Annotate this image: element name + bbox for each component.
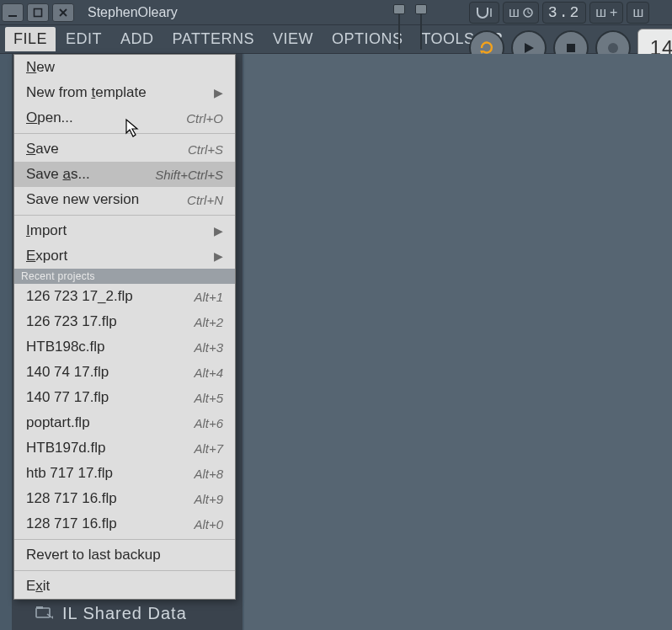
svg-rect-15 (36, 606, 43, 609)
menu-edit[interactable]: EDIT (57, 27, 110, 51)
file-save[interactable]: Save Ctrl+S (14, 136, 235, 162)
svg-rect-14 (36, 608, 50, 617)
svg-marker-16 (51, 616, 53, 619)
recent-project[interactable]: 126 723 17.flp Alt+2 (14, 309, 235, 334)
menu-view[interactable]: VIEW (264, 27, 322, 51)
menu-add[interactable]: ADD (112, 27, 163, 51)
file-save-as[interactable]: Save as... Shift+Ctrl+S (14, 162, 235, 187)
submenu-arrow-icon: ▶ (214, 249, 223, 263)
maximize-button[interactable] (27, 3, 49, 22)
folder-link-icon (35, 604, 54, 623)
mode-extra[interactable]: ш (627, 2, 649, 24)
close-button[interactable] (52, 3, 74, 22)
svg-rect-1 (35, 8, 42, 16)
recent-project[interactable]: poptart.flp Alt+6 (14, 410, 235, 435)
metronome-toggle[interactable]: ш (503, 2, 539, 24)
recent-project[interactable]: 140 77 17.flp Alt+5 (14, 385, 235, 410)
record-icon (606, 41, 620, 55)
recent-project[interactable]: HTB197d.flp Alt+7 (14, 435, 235, 461)
menu-patterns[interactable]: PATTERNS (164, 27, 263, 51)
minimize-button[interactable] (2, 3, 24, 22)
fader-2[interactable] (413, 3, 429, 53)
submenu-arrow-icon: ▶ (214, 86, 223, 99)
svg-rect-10 (567, 44, 575, 52)
recent-project[interactable]: 126 723 17_2.flp Alt+1 (14, 284, 235, 309)
svg-rect-0 (8, 15, 17, 17)
browser-folder-label[interactable]: IL Shared Data (62, 604, 187, 623)
menu-separator (14, 570, 235, 571)
magnet-icon (475, 5, 493, 20)
snap-panel[interactable] (469, 2, 499, 24)
mode-plus[interactable]: ш+ (589, 2, 623, 24)
svg-line-7 (528, 13, 531, 13)
fader-1[interactable] (392, 3, 407, 53)
recent-project[interactable]: 128 717 16.flp Alt+9 (14, 486, 235, 511)
recent-project[interactable]: HTB198c.flp Alt+3 (14, 334, 235, 360)
playlist-area (244, 54, 672, 630)
time-signature-display[interactable]: 3.2 (542, 2, 586, 24)
file-export[interactable]: Export ▶ (14, 243, 235, 269)
file-menu-dropdown: New New from template ▶ Open... Ctrl+O S… (13, 54, 236, 600)
svg-point-11 (608, 43, 618, 53)
clock-icon (523, 8, 533, 18)
project-title: StephenOleary (88, 5, 178, 20)
recent-projects-header: Recent projects (14, 269, 235, 284)
submenu-arrow-icon: ▶ (214, 224, 223, 238)
file-new[interactable]: New (14, 55, 235, 80)
menu-separator (14, 133, 235, 134)
menu-separator (14, 215, 235, 216)
menu-separator (14, 539, 235, 540)
file-revert[interactable]: Revert to last backup (14, 542, 235, 568)
file-new-from-template[interactable]: New from template ▶ (14, 80, 235, 105)
toolbar: ш 3.2 ш+ ш 140. (392, 0, 672, 54)
file-exit[interactable]: Exit (14, 574, 235, 599)
file-import[interactable]: Import ▶ (14, 218, 235, 243)
recent-project[interactable]: 128 717 16.flp Alt+0 (14, 511, 235, 537)
file-save-new-version[interactable]: Save new version Ctrl+N (14, 187, 235, 212)
recent-project[interactable]: htb 717 17.flp Alt+8 (14, 461, 235, 486)
stop-icon (565, 42, 577, 54)
play-icon (522, 41, 536, 55)
menu-file[interactable]: FILE (5, 27, 56, 51)
svg-marker-9 (525, 43, 534, 53)
recent-project[interactable]: 140 74 17.flp Alt+4 (14, 360, 235, 385)
file-open[interactable]: Open... Ctrl+O (14, 105, 235, 131)
